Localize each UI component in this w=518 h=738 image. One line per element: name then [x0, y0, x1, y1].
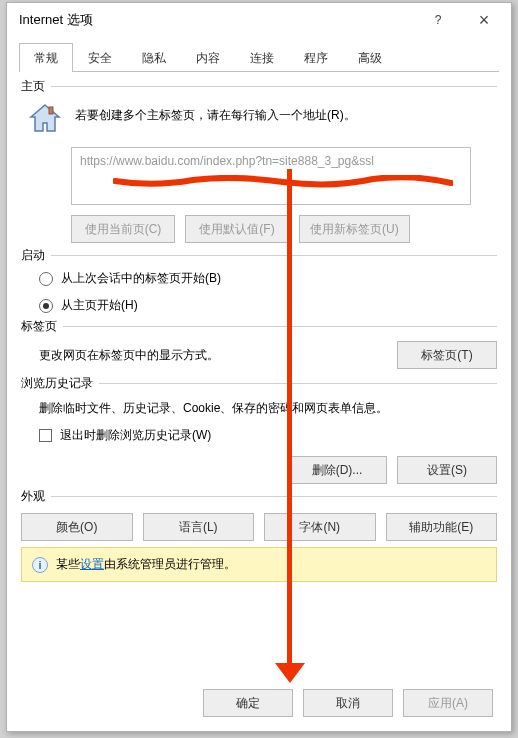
- group-title: 外观: [21, 488, 45, 505]
- checkbox-label: 退出时删除浏览历史记录(W): [60, 427, 211, 444]
- tabs-settings-button[interactable]: 标签页(T): [397, 341, 497, 369]
- radio-label: 从主页开始(H): [61, 297, 138, 314]
- titlebar: Internet 选项 ? ×: [7, 3, 511, 37]
- tab-programs[interactable]: 程序: [289, 43, 343, 72]
- group-appearance: 外观: [21, 488, 497, 505]
- info-text: 某些设置由系统管理员进行管理。: [56, 556, 236, 573]
- group-history: 浏览历史记录: [21, 375, 497, 392]
- group-title: 主页: [21, 78, 45, 95]
- btn-label: 使用新标签页(U): [310, 221, 399, 238]
- group-title: 浏览历史记录: [21, 375, 93, 392]
- fonts-button[interactable]: 字体(N): [264, 513, 376, 541]
- group-homepage: 主页: [21, 78, 497, 95]
- use-current-page-button[interactable]: 使用当前页(C): [71, 215, 175, 243]
- close-button[interactable]: ×: [461, 5, 507, 35]
- btn-label: 使用默认值(F): [199, 221, 274, 238]
- accessibility-button[interactable]: 辅助功能(E): [386, 513, 498, 541]
- help-icon: ?: [435, 13, 442, 27]
- tab-content[interactable]: 内容: [181, 43, 235, 72]
- apply-button[interactable]: 应用(A): [403, 689, 493, 717]
- group-title: 启动: [21, 247, 45, 264]
- tab-security[interactable]: 安全: [73, 43, 127, 72]
- tabs-desc: 更改网页在标签页中的显示方式。: [21, 347, 387, 364]
- group-tabs: 标签页: [21, 318, 497, 335]
- tab-label: 高级: [358, 51, 382, 65]
- info-prefix: 某些: [56, 557, 80, 571]
- admin-info-bar: i 某些设置由系统管理员进行管理。: [21, 547, 497, 582]
- languages-button[interactable]: 语言(L): [143, 513, 255, 541]
- radio-from-home[interactable]: 从主页开始(H): [21, 291, 497, 318]
- svg-rect-1: [49, 107, 53, 114]
- tab-label: 常规: [34, 51, 58, 65]
- homepage-url-textarea[interactable]: https://www.baidu.com/index.php?tn=site8…: [71, 147, 471, 205]
- help-button[interactable]: ?: [415, 5, 461, 35]
- settings-link[interactable]: 设置: [80, 557, 104, 571]
- btn-label: 颜色(O): [56, 519, 97, 536]
- annotation-arrow-line: [287, 169, 292, 673]
- tab-label: 连接: [250, 51, 274, 65]
- btn-label: 语言(L): [179, 519, 218, 536]
- btn-label: 取消: [336, 695, 360, 712]
- info-suffix: 由系统管理员进行管理。: [104, 557, 236, 571]
- delete-on-exit-checkbox[interactable]: 退出时删除浏览历史记录(W): [21, 421, 497, 448]
- tab-privacy[interactable]: 隐私: [127, 43, 181, 72]
- tab-label: 安全: [88, 51, 112, 65]
- tab-label: 程序: [304, 51, 328, 65]
- use-new-tab-button[interactable]: 使用新标签页(U): [299, 215, 410, 243]
- checkbox-icon: [39, 429, 52, 442]
- svg-marker-0: [31, 105, 59, 131]
- btn-label: 标签页(T): [421, 347, 472, 364]
- annotation-arrow-head: [275, 663, 305, 683]
- btn-label: 设置(S): [427, 462, 467, 479]
- tab-advanced[interactable]: 高级: [343, 43, 397, 72]
- ok-button[interactable]: 确定: [203, 689, 293, 717]
- radio-icon: [39, 272, 53, 286]
- btn-label: 删除(D)...: [312, 462, 363, 479]
- use-default-button[interactable]: 使用默认值(F): [185, 215, 289, 243]
- home-icon: [25, 101, 65, 137]
- tab-label: 隐私: [142, 51, 166, 65]
- tab-strip: 常规 安全 隐私 内容 连接 程序 高级: [7, 43, 511, 72]
- group-title: 标签页: [21, 318, 57, 335]
- btn-label: 应用(A): [428, 695, 468, 712]
- radio-label: 从上次会话中的标签页开始(B): [61, 270, 221, 287]
- cancel-button[interactable]: 取消: [303, 689, 393, 717]
- history-desc: 删除临时文件、历史记录、Cookie、保存的密码和网页表单信息。: [21, 392, 497, 421]
- dialog-footer: 确定 取消 应用(A): [203, 689, 493, 717]
- homepage-instruction: 若要创建多个主标签页，请在每行输入一个地址(R)。: [75, 101, 356, 124]
- homepage-url-value: https://www.baidu.com/index.php?tn=site8…: [80, 154, 374, 168]
- colors-button[interactable]: 颜色(O): [21, 513, 133, 541]
- tab-label: 内容: [196, 51, 220, 65]
- info-icon: i: [32, 557, 48, 573]
- group-startup: 启动: [21, 247, 497, 264]
- btn-label: 字体(N): [299, 519, 340, 536]
- tab-general[interactable]: 常规: [19, 43, 73, 72]
- btn-label: 使用当前页(C): [85, 221, 162, 238]
- history-settings-button[interactable]: 设置(S): [397, 456, 497, 484]
- radio-last-session[interactable]: 从上次会话中的标签页开始(B): [21, 264, 497, 291]
- window-title: Internet 选项: [19, 11, 415, 29]
- history-delete-button[interactable]: 删除(D)...: [287, 456, 387, 484]
- tab-connections[interactable]: 连接: [235, 43, 289, 72]
- btn-label: 确定: [236, 695, 260, 712]
- close-icon: ×: [479, 10, 490, 31]
- btn-label: 辅助功能(E): [409, 519, 473, 536]
- internet-options-dialog: Internet 选项 ? × 常规 安全 隐私 内容 连接 程序 高级 主页 …: [6, 2, 512, 732]
- radio-icon: [39, 299, 53, 313]
- dialog-body: 主页 若要创建多个主标签页，请在每行输入一个地址(R)。 https://www…: [7, 72, 511, 594]
